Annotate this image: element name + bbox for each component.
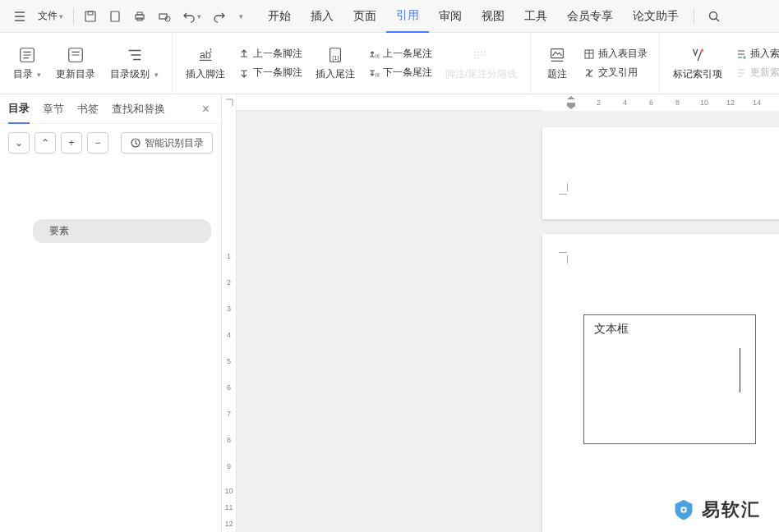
insert-table-toc-button[interactable]: 插入表目录 (580, 45, 651, 62)
page-2[interactable]: 文本框 (542, 234, 779, 532)
ruler-mark: 14 (753, 99, 761, 107)
plus-icon: + (68, 137, 74, 149)
print-preview-button[interactable] (153, 5, 176, 28)
ruler-marks: 2 4 6 8 10 12 14 (542, 94, 779, 111)
side-tab-bookmarks[interactable]: 书签 (77, 94, 99, 124)
side-tab-find-replace[interactable]: 查找和替换 (112, 94, 165, 124)
mark-index-button[interactable]: 标记索引项 (668, 43, 727, 85)
redo-button[interactable] (208, 5, 231, 28)
svg-rect-4 (137, 12, 142, 15)
chevron-down-icon[interactable]: ▾ (233, 5, 248, 28)
side-tab-toc[interactable]: 目录 (8, 94, 30, 124)
indent-marker-top[interactable] (567, 96, 575, 109)
print-button[interactable] (128, 5, 151, 28)
close-panel-button[interactable]: × (199, 99, 213, 120)
tab-member[interactable]: 会员专享 (557, 0, 623, 33)
ruler-mark: 4 (222, 331, 236, 339)
svg-point-8 (710, 11, 717, 19)
ruler-mark: 1 (222, 252, 236, 260)
ruler-mark: 12 (726, 99, 735, 107)
chevron-down-icon: ▾ (59, 12, 63, 21)
menu-tabs: 开始 插入 页面 引用 审阅 视图 工具 会员专享 论文助手 (258, 0, 689, 33)
toc-button[interactable]: 目录 ▾ (8, 43, 46, 85)
smart-recognize-button[interactable]: 智能识别目录 (121, 132, 213, 154)
prev-footnote-button[interactable]: 上一条脚注 (235, 45, 306, 62)
menu-hamburger[interactable] (8, 5, 31, 28)
caption-button[interactable]: 题注 (539, 43, 575, 85)
group-footnote: ab1 插入脚注 上一条脚注 下一条脚注 [1] 插入尾注 [i] 上一条尾注 … (173, 33, 531, 94)
ruler-corner (222, 94, 237, 111)
svg-point-19 (701, 48, 704, 52)
group-caption: 题注 插入表目录 交叉引用 (531, 33, 660, 94)
group-index: 标记索引项 插入索引 更新索引 (660, 33, 779, 94)
ribbon: 目录 ▾ 更新目录 目录级别 ▾ ab1 插入脚注 上一条脚注 下一条脚注 (0, 33, 779, 94)
ruler-vertical[interactable]: 1 2 3 4 5 6 7 8 9 10 11 12 13 14 15 (222, 111, 237, 532)
tab-insert[interactable]: 插入 (301, 0, 343, 33)
promote-button[interactable]: + (61, 132, 82, 154)
chevron-down-icon: ⌄ (15, 137, 23, 149)
next-footnote-button[interactable]: 下一条脚注 (235, 64, 306, 81)
clock-icon (130, 137, 141, 149)
footnote-sep-button[interactable]: 脚注/尾注分隔线 (440, 43, 522, 85)
tab-tools[interactable]: 工具 (514, 0, 557, 33)
textbox-content: 文本框 (594, 322, 629, 335)
ruler-mark: 6 (649, 99, 653, 107)
svg-point-22 (682, 508, 685, 511)
insert-endnote-button[interactable]: [1] 插入尾注 (311, 43, 360, 85)
svg-text:[i]: [i] (376, 53, 380, 58)
ruler-mark: 7 (222, 410, 236, 418)
file-menu-label: 文件 (38, 9, 58, 23)
ruler-mark: 2 (222, 278, 236, 287)
quick-toolbar: 文件 ▾ ▾ ▾ 开始 插入 页面 引用 审阅 视图 工具 会员专享 论文助手 (0, 0, 779, 33)
tab-view[interactable]: 视图 (472, 0, 514, 33)
ruler-mark: 6 (222, 383, 236, 392)
ruler-mark: 10 (222, 487, 236, 495)
text-cursor (740, 348, 740, 392)
side-toolbar: ⌄ ⌃ + − 智能识别目录 (0, 124, 221, 162)
cross-ref-button[interactable]: 交叉引用 (580, 64, 651, 81)
svg-text:[1]: [1] (332, 53, 339, 61)
side-tabs: 目录 章节 书签 查找和替换 × (0, 94, 221, 124)
ruler-mark: 3 (222, 305, 236, 313)
toc-tree-item[interactable]: 要素 (33, 219, 211, 243)
watermark-icon (672, 498, 695, 521)
margin-corner-icon (555, 183, 567, 195)
svg-rect-2 (111, 11, 119, 21)
undo-button[interactable]: ▾ (177, 5, 206, 28)
ruler-mark: 12 (222, 520, 236, 528)
tab-references[interactable]: 引用 (386, 0, 429, 33)
expand-all-button[interactable]: ⌃ (35, 132, 56, 154)
group-toc: 目录 ▾ 更新目录 目录级别 ▾ (0, 33, 173, 94)
toc-level-button[interactable]: 目录级别 ▾ (105, 43, 163, 85)
minus-icon: − (94, 137, 100, 149)
insert-footnote-button[interactable]: ab1 插入脚注 (181, 43, 230, 85)
text-box[interactable]: 文本框 (583, 314, 756, 444)
svg-text:[i]: [i] (376, 72, 380, 77)
prev-endnote-button[interactable]: [i] 上一条尾注 (365, 45, 436, 62)
separator (694, 8, 694, 25)
margin-corner-icon (555, 252, 567, 264)
watermark-text: 易软汇 (702, 498, 761, 522)
ruler-mark: 11 (222, 503, 236, 511)
svg-rect-0 (85, 11, 95, 21)
side-tab-chapters[interactable]: 章节 (43, 94, 64, 124)
document-area: 2 4 6 8 10 12 14 1 2 3 4 5 6 7 8 9 10 11… (222, 94, 779, 532)
tab-page[interactable]: 页面 (343, 0, 386, 33)
update-toc-button[interactable]: 更新目录 (51, 43, 100, 85)
content-area: 目录 章节 书签 查找和替换 × ⌄ ⌃ + − 智能识别目录 要素 2 (0, 94, 779, 532)
next-endnote-button[interactable]: [i] 下一条尾注 (365, 64, 436, 81)
collapse-all-button[interactable]: ⌄ (8, 132, 30, 154)
tab-start[interactable]: 开始 (258, 0, 301, 33)
search-button[interactable] (703, 5, 726, 28)
file-menu[interactable]: 文件 ▾ (33, 5, 68, 28)
save-button[interactable] (79, 5, 102, 28)
insert-index-button[interactable]: 插入索引 (732, 45, 779, 62)
export-button[interactable] (104, 5, 127, 28)
ruler-mark: 8 (675, 99, 680, 107)
navigation-panel: 目录 章节 书签 查找和替换 × ⌄ ⌃ + − 智能识别目录 要素 (0, 94, 222, 532)
update-index-button: 更新索引 (732, 64, 779, 81)
tab-thesis[interactable]: 论文助手 (623, 0, 689, 33)
page-1[interactable]: 2 (542, 127, 779, 219)
tab-review[interactable]: 审阅 (429, 0, 472, 33)
demote-button[interactable]: − (87, 132, 108, 154)
